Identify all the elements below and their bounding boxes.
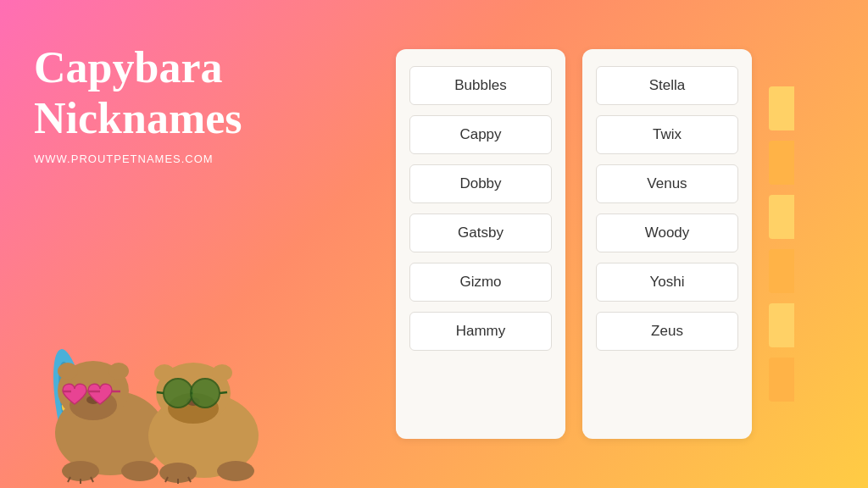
list-item: Hammy <box>409 312 552 351</box>
side-tabs <box>769 86 794 402</box>
svg-point-26 <box>191 379 220 408</box>
list-item: Bubbles <box>409 66 552 105</box>
capybara-illustration <box>8 302 305 488</box>
names-section: Bubbles Cappy Dobby Gatsby Gizmo Hammy S… <box>322 0 868 488</box>
title-line2: Nicknames <box>34 94 242 142</box>
svg-line-28 <box>157 392 164 393</box>
svg-point-25 <box>164 379 192 408</box>
svg-point-15 <box>121 461 159 481</box>
side-tab-3 <box>769 195 794 239</box>
side-tab-1 <box>769 86 794 130</box>
page-title: Capybara Nicknames <box>34 42 297 144</box>
left-name-card: Bubbles Cappy Dobby Gatsby Gizmo Hammy <box>396 49 565 439</box>
svg-point-10 <box>108 363 129 380</box>
side-tab-4 <box>769 249 794 293</box>
list-item: Zeus <box>596 312 738 351</box>
list-item: Cappy <box>409 115 552 154</box>
side-tab-2 <box>769 141 794 185</box>
list-item: Yoshi <box>596 263 738 302</box>
svg-point-23 <box>154 364 175 381</box>
list-item: Venus <box>596 164 738 203</box>
right-name-card: Stella Twix Venus Woody Yoshi Zeus <box>582 49 752 439</box>
svg-point-14 <box>62 461 99 481</box>
list-item: Gatsby <box>409 214 552 252</box>
side-tab-6 <box>769 358 794 402</box>
website-url: WWW.PROUTPETNAMES.COM <box>34 152 297 165</box>
svg-point-9 <box>58 363 78 380</box>
list-item: Woody <box>596 214 738 252</box>
left-section: Capybara Nicknames WWW.PROUTPETNAMES.COM <box>0 0 322 488</box>
svg-line-29 <box>220 392 227 393</box>
svg-point-31 <box>217 461 254 481</box>
list-item: Twix <box>596 115 738 154</box>
svg-point-24 <box>212 364 232 381</box>
list-item: Dobby <box>409 164 552 203</box>
side-tab-5 <box>769 303 794 347</box>
list-item: Gizmo <box>409 263 552 302</box>
title-line1: Capybara <box>34 43 222 92</box>
list-item: Stella <box>596 66 738 105</box>
